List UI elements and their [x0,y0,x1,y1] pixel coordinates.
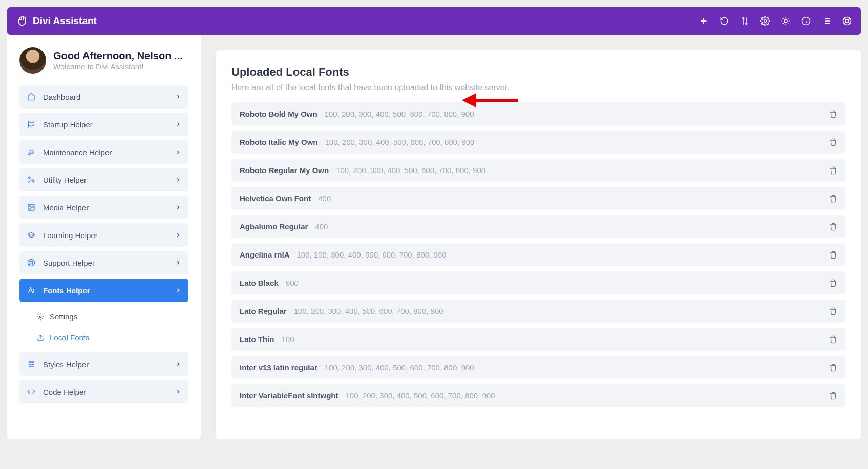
svg-point-1 [784,19,787,23]
subnav-label: Local Fonts [50,333,90,342]
sidebar-item-media-helper[interactable]: Media Helper [19,196,188,219]
font-weights: 100 [282,335,294,344]
font-row: inter v13 latin regular100, 200, 300, 40… [231,356,845,379]
info-icon[interactable] [801,16,811,26]
image-icon [27,203,36,211]
sidebar-item-label: Media Helper [43,203,89,212]
font-name: Lato Thin [240,335,274,344]
wrench-icon [27,148,36,156]
sidebar: Good Afternoon, Nelson ... Welcome to Di… [7,35,201,439]
chevron-right-icon [175,260,181,266]
delete-font-button[interactable] [829,392,837,400]
font-weights: 100, 200, 300, 400, 500, 600, 700, 800, … [325,110,474,118]
font-row: Helvetica Own Font400 [231,187,845,210]
sidebar-item-support-helper[interactable]: Support Helper [19,251,188,274]
delete-font-button[interactable] [829,138,837,146]
annotation-arrow-icon [462,91,518,110]
delete-font-button[interactable] [829,166,837,175]
font-weights: 100, 200, 300, 400, 500, 600, 700, 800, … [294,307,443,315]
help-icon[interactable] [842,16,852,26]
font-weights: 100, 200, 300, 400, 500, 600, 700, 800, … [297,250,447,259]
svg-point-4 [845,19,849,23]
chevron-right-icon [175,287,181,293]
subnav-item-local-fonts[interactable]: Local Fonts [29,327,188,348]
delete-font-button[interactable] [829,195,837,203]
svg-point-6 [30,206,31,207]
sidebar-item-utility-helper[interactable]: Utility Helper [19,168,188,191]
font-weights: 100, 200, 300, 400, 500, 600, 700, 800, … [325,363,474,372]
gear-icon[interactable] [760,16,770,26]
brand: Divi Assistant [16,15,97,27]
svg-point-0 [764,20,767,23]
flag-icon [27,120,36,129]
profile: Good Afternoon, Nelson ... Welcome to Di… [19,47,188,74]
subnav-label: Settings [50,312,77,321]
gear-icon [36,313,45,321]
chevron-right-icon [175,204,181,210]
font-name: Agbalumo Regular [240,222,308,231]
font-icon [27,286,36,294]
delete-font-button[interactable] [829,335,837,344]
font-weights: 100, 200, 300, 400, 500, 600, 700, 800, … [336,166,485,175]
sidebar-item-maintenance-helper[interactable]: Maintenance Helper [19,140,188,164]
life-icon [27,259,36,267]
sidebar-item-fonts-helper[interactable]: Fonts Helper [19,279,188,302]
delete-font-button[interactable] [829,364,837,372]
sidebar-item-dashboard[interactable]: Dashboard [19,85,188,109]
delete-font-button[interactable] [829,279,837,287]
delete-font-button[interactable] [829,223,837,231]
sort-icon[interactable] [740,16,749,26]
sidebar-item-label: Utility Helper [43,176,87,184]
font-row: Inter VariableFont slntwght100, 200, 300… [231,384,845,407]
font-row: Roboto Regular My Own100, 200, 300, 400,… [231,159,845,182]
topbar: Divi Assistant [7,7,861,35]
svg-point-9 [39,316,41,318]
chevron-right-icon [175,177,181,183]
plus-icon[interactable] [699,16,708,26]
font-name: Roboto Regular My Own [240,166,329,175]
grad-icon [27,231,36,239]
sidebar-item-label: Learning Helper [43,231,98,240]
code-icon [27,388,36,396]
font-name: Angelina rnlA [240,250,290,259]
undo-icon[interactable] [719,16,729,26]
font-name: Helvetica Own Font [240,194,311,203]
delete-font-button[interactable] [829,110,837,118]
main-panel: Uploaded Local Fonts Here are all of the… [216,50,861,439]
font-weights: 400 [315,222,328,231]
list-icon[interactable] [822,16,831,26]
brand-label: Divi Assistant [33,15,97,27]
sidebar-item-label: Code Helper [43,388,86,396]
sidebar-item-label: Fonts Helper [43,286,90,295]
sidebar-item-label: Dashboard [43,93,80,101]
sidebar-item-styles-helper[interactable]: Styles Helper [19,352,188,376]
avatar [19,47,46,74]
svg-point-8 [30,261,32,264]
page-title: Uploaded Local Fonts [231,66,845,79]
sidebar-item-label: Styles Helper [43,360,89,369]
sidebar-item-code-helper[interactable]: Code Helper [19,380,188,403]
sidebar-item-label: Maintenance Helper [43,148,112,157]
topbar-actions [699,16,852,26]
chevron-right-icon [175,389,181,395]
sun-icon[interactable] [781,16,790,26]
sidebar-item-startup-helper[interactable]: Startup Helper [19,113,188,136]
font-name: Roboto Italic My Own [240,138,318,146]
font-weights: 900 [286,279,299,287]
font-row: Roboto Italic My Own100, 200, 300, 400, … [231,131,845,154]
delete-font-button[interactable] [829,307,837,315]
delete-font-button[interactable] [829,251,837,259]
subnav-item-settings[interactable]: Settings [29,306,188,327]
chevron-right-icon [175,149,181,155]
font-weights: 400 [318,194,331,203]
sidebar-item-learning-helper[interactable]: Learning Helper [19,223,188,247]
chevron-right-icon [175,94,181,100]
page-subtitle: Here are all of the local fonts that hav… [231,83,845,92]
upload-icon [36,334,45,342]
font-row: Angelina rnlA100, 200, 300, 400, 500, 60… [231,243,845,266]
chevron-right-icon [175,121,181,127]
font-name: inter v13 latin regular [240,363,317,372]
home-icon [27,93,36,101]
sidebar-item-label: Support Helper [43,259,95,267]
font-row: Lato Thin100 [231,328,845,351]
